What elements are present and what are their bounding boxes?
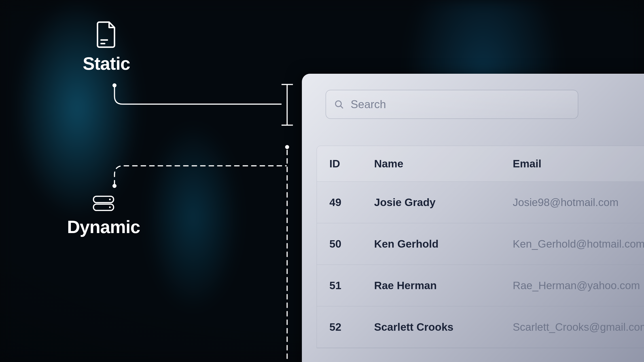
cell-email: Josie98@hotmail.com xyxy=(513,196,644,209)
search-placeholder: Search xyxy=(350,98,386,111)
table-row[interactable]: 51 Rae Herman Rae_Herman@yahoo.com xyxy=(317,265,644,306)
search-icon xyxy=(334,99,344,109)
cell-email: Ken_Gerhold@hotmail.com xyxy=(513,238,644,250)
svg-point-5 xyxy=(109,206,111,208)
cell-email: Scarlett_Crooks@gmail.com xyxy=(513,321,644,333)
cell-name: Scarlett Crooks xyxy=(374,321,513,333)
cell-id: 51 xyxy=(330,279,374,292)
cell-name: Josie Grady xyxy=(374,196,513,209)
cell-name: Ken Gerhold xyxy=(374,238,513,250)
cell-id: 50 xyxy=(330,238,374,250)
col-header-name: Name xyxy=(374,158,513,170)
table-row[interactable]: 49 Josie Grady Josie98@hotmail.com xyxy=(317,182,644,223)
search-input[interactable]: Search xyxy=(326,90,578,119)
dynamic-label: Dynamic xyxy=(67,217,140,237)
static-label: Static xyxy=(83,53,130,74)
table-header-row: ID Name Email xyxy=(317,146,644,182)
cell-name: Rae Herman xyxy=(374,279,513,292)
svg-line-14 xyxy=(340,106,342,108)
data-table: ID Name Email 49 Josie Grady Josie98@hot… xyxy=(317,146,644,348)
col-header-email: Email xyxy=(513,158,644,170)
app-panel: Search ID Name Email 49 Josie Grady Josi… xyxy=(302,74,644,362)
cell-id: 49 xyxy=(330,196,374,209)
svg-point-4 xyxy=(109,199,111,200)
table-row[interactable]: 52 Scarlett Crooks Scarlett_Crooks@gmail… xyxy=(317,306,644,348)
dynamic-section: Dynamic xyxy=(67,194,140,237)
col-header-id: ID xyxy=(330,158,374,170)
static-section: Static xyxy=(83,21,130,74)
table-row[interactable]: 50 Ken Gerhold Ken_Gerhold@hotmail.com xyxy=(317,223,644,265)
cell-id: 52 xyxy=(330,321,374,333)
database-icon xyxy=(92,194,115,212)
cell-email: Rae_Herman@yahoo.com xyxy=(513,279,644,292)
document-icon xyxy=(96,21,117,48)
